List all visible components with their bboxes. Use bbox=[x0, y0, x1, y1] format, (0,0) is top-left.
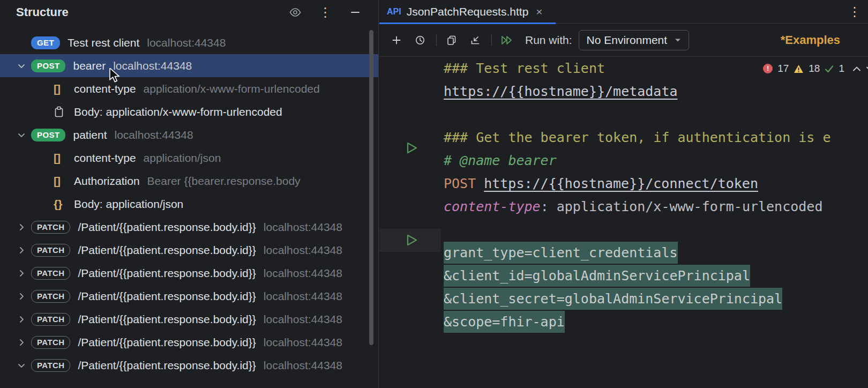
structure-panel-header: Structure ⋮ bbox=[0, 0, 378, 25]
request-host: localhost:44348 bbox=[264, 336, 342, 349]
selected-body-token: &scope=fhir-api bbox=[444, 311, 565, 333]
brackets-icon: [] bbox=[54, 152, 74, 165]
request-name: /Patient/{{patient.response.body.id}} bbox=[78, 290, 256, 303]
request-host: localhost:44348 bbox=[264, 290, 342, 303]
header-value: application/json bbox=[144, 152, 221, 165]
request-name: bearer bbox=[73, 59, 106, 72]
body-label: Body: application/json bbox=[74, 198, 183, 211]
method-token: POST bbox=[444, 176, 476, 191]
environment-selected-value: No Environment bbox=[587, 34, 668, 47]
method-badge-get: GET bbox=[31, 36, 60, 49]
chevron-right-icon[interactable] bbox=[12, 293, 31, 300]
code-line[interactable]: &scope=fhir-api bbox=[379, 310, 868, 333]
header-value: application/x-www-form-urlencoded bbox=[144, 83, 320, 95]
chevron-right-icon[interactable] bbox=[12, 223, 31, 231]
code-line[interactable]: content-type: application/x-www-form-url… bbox=[379, 195, 868, 218]
request-host: localhost:44348 bbox=[113, 59, 192, 72]
run-all-requests-button[interactable] bbox=[497, 31, 517, 50]
tree-item-patch-request[interactable]: PATCH /Patient/{{patient.response.body.i… bbox=[0, 285, 378, 308]
code-line[interactable]: POSThttps://{{hostname}}/connect/token bbox=[379, 172, 868, 195]
method-badge-patch: PATCH bbox=[31, 267, 70, 280]
panel-title: Structure bbox=[16, 5, 69, 19]
chevron-up-icon[interactable] bbox=[852, 66, 861, 72]
tree-item-patch-request[interactable]: PATCH /Patient/{{patient.response.body.i… bbox=[0, 331, 378, 354]
separator-token: : bbox=[541, 199, 557, 214]
preview-eye-icon[interactable] bbox=[288, 5, 302, 19]
code-line[interactable]: &client_id=globalAdminServicePrincipal bbox=[379, 264, 868, 287]
tree-item-patch-request[interactable]: PATCH /Patient/{{patient.response.body.i… bbox=[0, 308, 378, 331]
request-name: /Patient/{{patient.response.body.id}} bbox=[78, 359, 256, 372]
method-badge-patch: PATCH bbox=[31, 244, 70, 257]
request-name: /Patient/{{patient.response.body.id}} bbox=[78, 244, 256, 257]
tree-item-patch-request[interactable]: PATCH /Patient/{{patient.response.body.i… bbox=[0, 215, 378, 238]
tree-item-header-authorization[interactable]: [] Authorization Bearer {{bearer.respons… bbox=[0, 169, 378, 192]
selected-body-token: &client_secret=globalAdminServicePrincip… bbox=[444, 288, 782, 310]
code-line[interactable]: &client_secret=globalAdminServicePrincip… bbox=[379, 287, 868, 310]
request-name: /Patient/{{patient.response.body.id}} bbox=[78, 336, 256, 349]
examples-link[interactable]: *Examples bbox=[781, 33, 840, 47]
minimize-icon[interactable] bbox=[348, 5, 362, 19]
run-request-gutter-icon[interactable] bbox=[406, 141, 418, 154]
request-host: localhost:44348 bbox=[264, 221, 342, 234]
structure-scrollbar[interactable] bbox=[369, 30, 373, 345]
method-badge-patch: PATCH bbox=[31, 290, 70, 303]
chevron-right-icon[interactable] bbox=[12, 316, 31, 323]
copy-icon[interactable] bbox=[442, 31, 461, 50]
code-line[interactable]: https://{{hostname}}/metadata bbox=[379, 80, 868, 103]
editor-options-kebab-icon[interactable]: ⋮ bbox=[848, 5, 862, 19]
chevron-right-icon[interactable] bbox=[12, 247, 31, 254]
chevron-down-icon[interactable] bbox=[866, 66, 868, 72]
open-log-icon[interactable] bbox=[466, 31, 485, 50]
code-line[interactable]: # @name bearer bbox=[379, 149, 868, 172]
chevron-down-icon[interactable] bbox=[12, 363, 31, 368]
warning-icon bbox=[794, 64, 804, 73]
inspections-widget[interactable]: ! 17 18 1 bbox=[763, 63, 868, 74]
history-clock-icon[interactable] bbox=[410, 31, 430, 50]
chevron-down-icon bbox=[675, 38, 681, 42]
request-host: localhost:44348 bbox=[147, 36, 226, 49]
environment-dropdown[interactable]: No Environment bbox=[579, 30, 690, 50]
code-line[interactable]: grant_type=client_credentials bbox=[379, 241, 868, 264]
editor-panel: API JsonPatchRequests.http × ⋮ Run with:… bbox=[379, 0, 868, 388]
panel-header-icons: ⋮ bbox=[288, 5, 362, 19]
request-name: /Patient/{{patient.response.body.id}} bbox=[78, 313, 256, 326]
tree-item-patch-request[interactable]: PATCH /Patient/{{patient.response.body.i… bbox=[0, 238, 378, 262]
tree-item-patch-request[interactable]: PATCH /Patient/{{patient.response.body.i… bbox=[0, 354, 378, 377]
check-icon bbox=[825, 65, 834, 73]
method-badge-patch: PATCH bbox=[31, 359, 70, 372]
code-line-empty[interactable] bbox=[379, 103, 868, 126]
code-line[interactable]: ### Get the bearer token, if authenticat… bbox=[379, 126, 868, 149]
url-token[interactable]: https://{{hostname}}/metadata bbox=[444, 84, 678, 99]
tree-item-post-bearer[interactable]: POST bearer localhost:44348 bbox=[0, 54, 378, 77]
braces-icon: {} bbox=[54, 198, 74, 211]
structure-panel: Structure ⋮ GET Test rest client localho… bbox=[0, 0, 379, 388]
tree-item-body-json[interactable]: {} Body: application/json bbox=[0, 192, 378, 215]
chevron-down-icon[interactable] bbox=[12, 63, 31, 69]
run-request-gutter-icon[interactable] bbox=[406, 234, 418, 247]
code-line-empty[interactable] bbox=[379, 218, 868, 241]
selected-body-token: &client_id=globalAdminServicePrincipal bbox=[444, 265, 750, 287]
chevron-right-icon[interactable] bbox=[12, 270, 31, 277]
chevron-down-icon[interactable] bbox=[12, 132, 31, 138]
tree-item-header-content-type[interactable]: [] content-type application/json bbox=[0, 146, 378, 169]
panel-options-kebab-icon[interactable]: ⋮ bbox=[318, 5, 332, 19]
add-request-button[interactable] bbox=[387, 31, 406, 50]
tree-item-patch-request[interactable]: PATCH /Patient/{{patient.response.body.i… bbox=[0, 262, 378, 285]
chevron-right-icon[interactable] bbox=[12, 339, 31, 346]
tree-item-header-content-type[interactable]: [] content-type application/x-www-form-u… bbox=[0, 77, 378, 100]
url-token[interactable]: https://{{hostname}}/connect/token bbox=[484, 176, 758, 191]
http-editor[interactable]: ### Test rest client https://{{hostname}… bbox=[379, 57, 868, 388]
close-icon[interactable]: × bbox=[536, 6, 542, 17]
request-host: localhost:44348 bbox=[264, 244, 342, 257]
request-name: Test rest client bbox=[68, 36, 139, 49]
header-value: Bearer {{bearer.response.body bbox=[147, 175, 301, 188]
clipboard-icon bbox=[54, 106, 74, 118]
tree-item-body[interactable]: Body: application/x-www-form-urlencoded bbox=[0, 100, 378, 123]
tree-item-post-patient[interactable]: POST patient localhost:44348 bbox=[0, 123, 378, 146]
tab-jsonpatchrequests[interactable]: API JsonPatchRequests.http × bbox=[379, 0, 556, 24]
request-name: patient bbox=[73, 129, 107, 141]
editor-tab-bar: API JsonPatchRequests.http × ⋮ bbox=[379, 0, 868, 24]
toolbar-separator bbox=[436, 34, 437, 46]
method-badge-post: POST bbox=[31, 59, 65, 72]
tree-item-get-request[interactable]: GET Test rest client localhost:44348 bbox=[0, 31, 378, 54]
